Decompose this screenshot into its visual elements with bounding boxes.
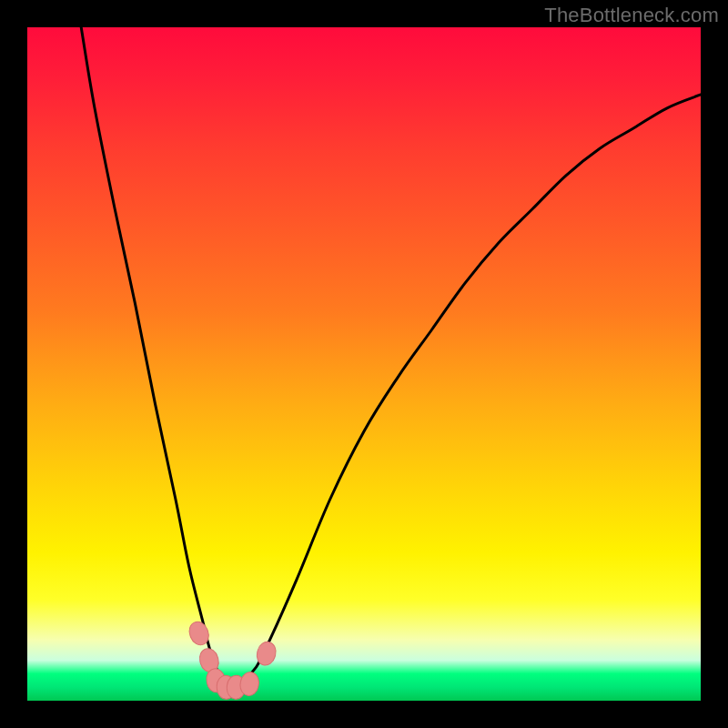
curve-layer — [27, 27, 701, 701]
plot-area — [27, 27, 701, 701]
bottleneck-curve — [81, 27, 701, 688]
watermark-text: TheBottleneck.com — [544, 4, 719, 27]
optimal-markers — [187, 619, 278, 699]
chart-stage: TheBottleneck.com — [0, 0, 728, 728]
